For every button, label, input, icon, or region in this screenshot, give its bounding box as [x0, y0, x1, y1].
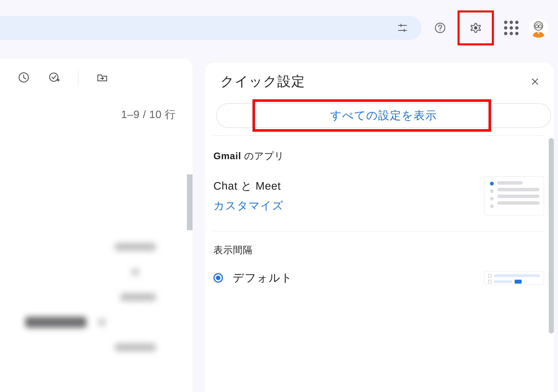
pagination-info: 1–9 / 10 行: [121, 107, 176, 122]
density-default-row[interactable]: デフォルト: [213, 270, 544, 285]
section-apps-title-bold: Gmail: [213, 150, 241, 161]
chat-meet-row: Chat と Meet カスタマイズ: [213, 176, 544, 215]
quick-settings-body: Gmail のアプリ Chat と Meet カスタマイズ: [213, 135, 544, 392]
show-all-settings-button[interactable]: すべての設定を表示: [216, 103, 551, 128]
svg-point-13: [50, 73, 58, 81]
density-default-label: デフォルト: [233, 270, 293, 285]
chat-meet-thumbnail[interactable]: [484, 176, 544, 215]
toolbar-divider: [78, 70, 78, 85]
help-icon[interactable]: [430, 17, 451, 38]
search-bar[interactable]: [0, 16, 421, 40]
section-density-title: 表示間隔: [213, 244, 544, 256]
inbox-toolbar: [0, 59, 192, 96]
quick-settings-header: クイック設定: [220, 72, 547, 91]
settings-scrollbar[interactable]: [549, 138, 554, 333]
add-task-icon[interactable]: [47, 70, 61, 84]
settings-gear-highlight: [458, 10, 494, 45]
divider: [213, 135, 544, 136]
settings-gear-icon[interactable]: [460, 12, 492, 44]
customize-link[interactable]: カスタマイズ: [213, 198, 284, 213]
inbox-scrollbar[interactable]: [187, 174, 192, 230]
show-all-settings-wrap: すべての設定を表示: [216, 103, 551, 128]
density-default-thumbnail[interactable]: [484, 271, 544, 285]
close-icon[interactable]: [529, 75, 541, 88]
blurred-inbox-rows: [0, 234, 181, 392]
inbox-panel: 1–9 / 10 行: [0, 59, 192, 392]
header-icons: [430, 10, 558, 45]
top-bar: [0, 0, 558, 56]
radio-checked-icon[interactable]: [213, 273, 223, 283]
svg-point-5: [440, 30, 441, 31]
quick-settings-panel: クイック設定 すべての設定を表示 Gmail のアプリ Chat と Meet …: [205, 63, 554, 392]
snooze-icon[interactable]: [17, 70, 31, 84]
svg-point-6: [474, 26, 477, 29]
divider: [213, 231, 544, 231]
section-apps-title-rest: のアプリ: [241, 150, 284, 161]
account-avatar[interactable]: [529, 18, 548, 38]
quick-settings-title: クイック設定: [220, 72, 305, 91]
move-to-icon[interactable]: [95, 70, 109, 84]
search-options-icon[interactable]: [392, 17, 413, 38]
chat-meet-label: Chat と Meet: [213, 179, 284, 193]
section-apps-title: Gmail のアプリ: [213, 150, 544, 162]
google-apps-icon[interactable]: [501, 17, 522, 38]
